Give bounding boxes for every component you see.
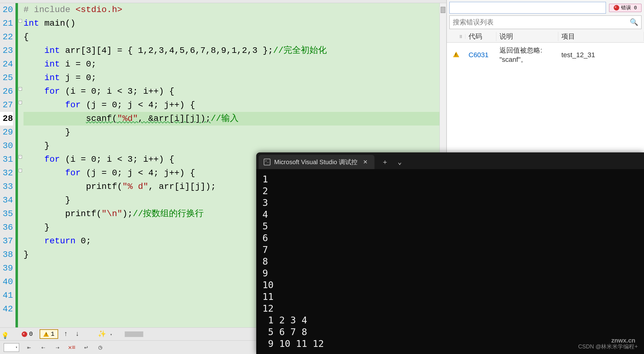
warning-count-value: 1 [51,331,54,338]
header-code[interactable]: 代码 [465,32,496,41]
terminal-tab-title: Microsoft Visual Studio 调试控 [274,158,357,166]
fold-toggle[interactable]: − [19,87,22,91]
error-icon [22,331,27,337]
terminal-icon [264,159,270,165]
errors-filter-label: 错误 0 [621,5,637,11]
new-tab-button[interactable]: ＋ [378,156,392,168]
remove-line-icon[interactable]: ✕≡ [67,343,76,352]
code-cleanup-icon[interactable]: ✨ [98,330,106,338]
lightbulb-icon[interactable]: 💡 [1,332,9,339]
search-placeholder: 搜索错误列表 [453,18,494,27]
close-tab-button[interactable]: ✕ [361,159,370,165]
errors-filter-pill[interactable]: 错误 0 [609,4,642,12]
search-icon: 🔍 [630,18,638,26]
outdent-right-icon[interactable]: ⇢ [53,343,62,352]
fold-toggle[interactable]: − [19,155,22,159]
row-warning-icon [447,51,465,59]
terminal-output[interactable]: 1 2 3 4 5 6 7 8 9 10 11 12 1 2 3 4 5 6 7… [256,169,644,354]
outdent-left-icon[interactable]: ⇠ [39,343,48,352]
watermark-text: CSDN @林米米学编程+ [578,343,638,350]
error-row[interactable]: C6031 返回值被忽略: "scanf"。 test_12_31 [447,43,644,67]
fold-column[interactable]: − − − − − [18,3,23,327]
warning-icon [43,332,49,337]
editor-tabs [0,0,446,3]
change-margin [15,3,18,327]
error-table-header[interactable]: ⁝⁝ 代码 说明 项目 [447,30,644,43]
line-number-gutter: 2021222324252627282930313233343536373839… [0,3,15,327]
terminal-tabbar: Microsoft Visual Studio 调试控 ✕ ＋ ⌄ [256,152,644,169]
scrollbar-thumb[interactable] [441,7,445,13]
terminal-tab[interactable]: Microsoft Visual Studio 调试控 ✕ [259,155,374,169]
fold-toggle[interactable]: − [19,101,22,104]
error-count-value: 0 [29,331,33,338]
fold-toggle[interactable]: − [19,19,22,23]
row-desc: 返回值被忽略: "scanf"。 [496,46,558,64]
hscroll-thumb[interactable] [125,331,143,337]
word-wrap-icon[interactable]: ↩ [82,343,90,352]
tab-dropdown-button[interactable]: ⌄ [393,156,407,168]
clock-icon[interactable]: ◷ [96,343,105,352]
toolbar-dropdown[interactable] [4,343,19,352]
error-icon [614,5,619,11]
dropdown-arrow-icon[interactable] [110,331,112,338]
header-desc[interactable]: 说明 [496,32,558,41]
nav-up-button[interactable]: ↑ [62,330,70,338]
error-count[interactable]: 0 [19,330,36,338]
row-project: test_12_31 [558,51,644,59]
header-project[interactable]: 项目 [558,32,644,41]
search-error-list[interactable]: 搜索错误列表 🔍 [449,15,642,29]
debug-console-window[interactable]: Microsoft Visual Studio 调试控 ✕ ＋ ⌄ 1 2 3 … [256,152,644,354]
indent-icon[interactable]: ⇤ [25,343,33,352]
scope-dropdown[interactable] [449,2,606,14]
nav-down-button[interactable]: ↓ [73,330,81,338]
row-code[interactable]: C6031 [465,51,496,59]
warning-count[interactable]: 1 [40,329,58,339]
header-icon-col[interactable]: ⁝⁝ [447,34,465,39]
fold-toggle[interactable]: − [19,169,22,172]
